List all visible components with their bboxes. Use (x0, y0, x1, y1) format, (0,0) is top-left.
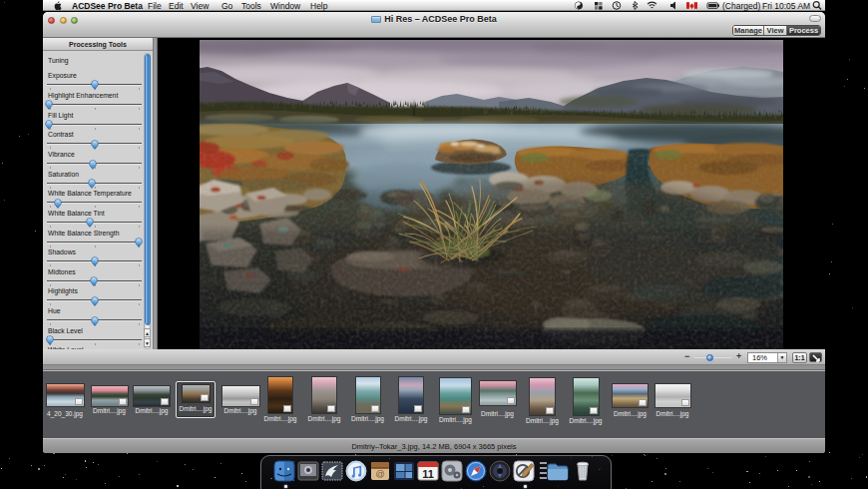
svg-text:11: 11 (422, 468, 434, 480)
svg-text:@: @ (375, 469, 384, 479)
